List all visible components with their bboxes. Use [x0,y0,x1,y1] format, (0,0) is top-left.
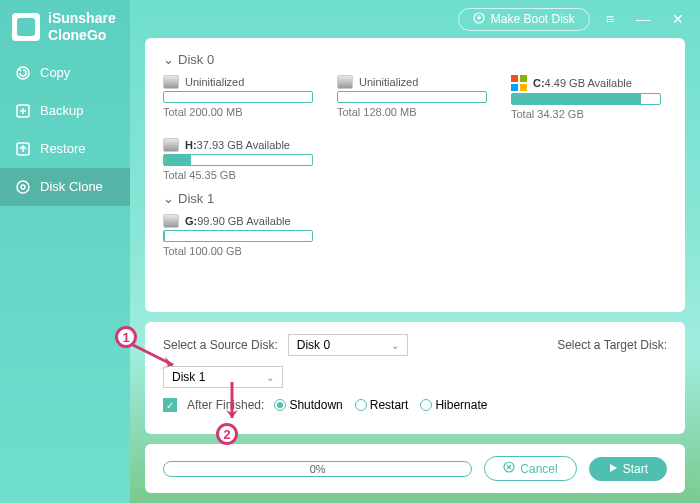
make-boot-disk-button[interactable]: Make Boot Disk [458,8,590,31]
annotation-1: 1 [115,326,137,348]
radio-icon [355,399,367,411]
sidebar-label: Disk Clone [40,179,103,194]
topbar: Make Boot Disk ≡ — ✕ [130,0,700,38]
chevron-down-icon: ⌄ [163,191,174,206]
volume-label: Uninitialized [185,76,244,88]
minimize-button[interactable]: — [630,9,656,29]
title-line2: CloneGo [48,27,116,44]
radio-label: Restart [370,398,409,412]
volume-label: H:37.93 GB Available [185,139,290,151]
volume-usage-bar [337,91,487,103]
boot-label: Make Boot Disk [491,12,575,26]
volume-label: C:4.49 GB Available [533,77,632,89]
title-line1: iSunshare [48,10,116,27]
start-label: Start [623,462,648,476]
cancel-icon [503,461,515,476]
cancel-button[interactable]: Cancel [484,456,576,481]
disks-panel: ⌄ Disk 0UninitializedTotal 200.00 MBUnin… [145,38,685,312]
menu-icon[interactable]: ≡ [600,9,620,29]
sidebar-label: Copy [40,65,70,80]
sidebar: iSunshare CloneGo Copy Backup Restore Di… [0,0,130,503]
restore-icon [14,140,32,158]
sidebar-item-copy[interactable]: Copy [0,54,130,92]
svg-point-0 [17,67,29,79]
volume-label: G:99.90 GB Available [185,215,291,227]
sidebar-item-restore[interactable]: Restore [0,130,130,168]
volume-total: Total 200.00 MB [163,106,313,118]
download-icon [473,12,485,27]
progress-panel: 0% Cancel Start [145,444,685,493]
chevron-down-icon: ⌄ [163,52,174,67]
svg-rect-6 [511,75,518,82]
close-button[interactable]: ✕ [666,9,690,29]
svg-rect-7 [520,75,527,82]
sidebar-item-backup[interactable]: Backup [0,92,130,130]
chevron-down-icon: ⌄ [266,372,274,383]
play-icon [608,462,618,476]
volume-usage-bar [163,230,313,242]
drive-icon [163,214,179,228]
volume-label: Uninitialized [359,76,418,88]
volume-usage-bar [163,154,313,166]
app-logo-icon [12,13,40,41]
drive-icon [163,138,179,152]
copy-icon [14,64,32,82]
svg-rect-8 [511,84,518,91]
volume-total: Total 128.00 MB [337,106,487,118]
start-button[interactable]: Start [589,457,667,481]
volume[interactable]: C:4.49 GB AvailableTotal 34.32 GB [511,75,661,120]
volume-total: Total 45.35 GB [163,169,313,181]
disk-header[interactable]: ⌄ Disk 1 [163,191,667,206]
source-disk-select[interactable]: Disk 0 ⌄ [288,334,408,356]
volume-usage-bar [163,91,313,103]
volume-total: Total 100.00 GB [163,245,313,257]
annotation-arrow-1 [128,340,188,380]
svg-point-3 [17,181,29,193]
after-option-shutdown[interactable]: Shutdown [274,398,342,412]
cancel-label: Cancel [520,462,557,476]
chevron-down-icon: ⌄ [391,340,399,351]
windows-icon [511,75,527,91]
drive-icon [337,75,353,89]
sidebar-item-disk-clone[interactable]: Disk Clone [0,168,130,206]
disk-header[interactable]: ⌄ Disk 0 [163,52,667,67]
drive-icon [163,75,179,89]
disk-clone-icon [14,178,32,196]
annotation-2: 2 [216,423,238,445]
source-value: Disk 0 [297,338,330,352]
volume[interactable]: UninitializedTotal 200.00 MB [163,75,313,120]
sidebar-label: Backup [40,103,83,118]
disk-name: Disk 0 [178,52,214,67]
sidebar-label: Restore [40,141,86,156]
radio-icon [420,399,432,411]
volume[interactable]: G:99.90 GB AvailableTotal 100.00 GB [163,214,313,257]
volume-usage-bar [511,93,661,105]
volume[interactable]: UninitializedTotal 128.00 MB [337,75,487,120]
target-disk-label: Select a Target Disk: [557,338,667,352]
after-finished-checkbox[interactable]: ✓ [163,398,177,412]
svg-point-4 [21,185,25,189]
volume-total: Total 34.32 GB [511,108,661,120]
radio-label: Hibernate [435,398,487,412]
app-title: iSunshare CloneGo [0,0,130,54]
backup-icon [14,102,32,120]
after-option-restart[interactable]: Restart [355,398,409,412]
volume[interactable]: H:37.93 GB AvailableTotal 45.35 GB [163,138,313,181]
radio-icon [274,399,286,411]
svg-rect-9 [520,84,527,91]
disk-name: Disk 1 [178,191,214,206]
progress-bar: 0% [163,461,472,477]
after-option-hibernate[interactable]: Hibernate [420,398,487,412]
progress-percent: 0% [310,463,326,475]
radio-label: Shutdown [289,398,342,412]
